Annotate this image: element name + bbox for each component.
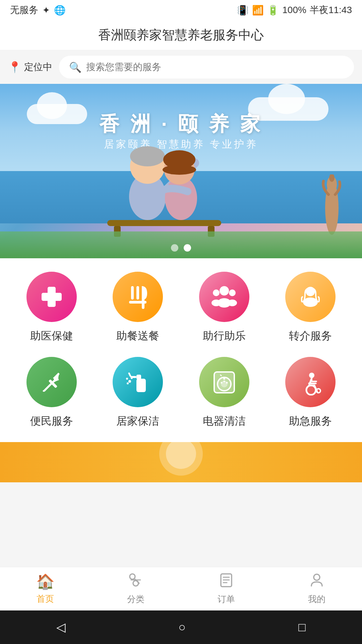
svg-point-35	[127, 382, 129, 384]
location-icon: 📍	[8, 61, 21, 73]
search-icon: 🔍	[69, 61, 81, 73]
medical-icon	[38, 283, 65, 310]
svg-point-38	[223, 378, 225, 380]
location-button[interactable]: 📍 定位中	[8, 61, 52, 73]
service-item-referral[interactable]: 转介服务	[269, 272, 352, 343]
nav-item-category[interactable]: 分类	[90, 573, 181, 605]
referral-icon	[297, 283, 324, 310]
service-item-emergency[interactable]: 助急服务	[269, 357, 352, 429]
svg-point-46	[306, 385, 316, 395]
location-text: 定位中	[24, 61, 52, 73]
service-label-convenience: 便民服务	[30, 414, 73, 429]
service-label-appliance: 电器清洁	[203, 414, 246, 429]
referral-icon-bg	[285, 272, 336, 322]
svg-rect-29	[136, 375, 141, 379]
android-nav-bar: ◁ ○ □	[0, 610, 362, 644]
promo-circle-inner	[166, 439, 196, 469]
svg-rect-0	[107, 220, 221, 226]
cleaning-icon-bg	[113, 357, 163, 407]
svg-rect-18	[129, 301, 146, 304]
svg-point-47	[316, 389, 320, 393]
food-icon-bg	[113, 272, 163, 322]
service-item-cleaning[interactable]: 居家保洁	[97, 357, 180, 429]
home-nav-label: 首页	[37, 593, 54, 605]
food-icon	[124, 283, 151, 310]
battery-percent: 100%	[282, 5, 306, 15]
category-nav-label: 分类	[127, 593, 144, 605]
banner-section: 香 洲 · 颐 养 家 居家颐养 智慧助养 专业护养	[0, 84, 362, 258]
svg-point-33	[126, 378, 128, 380]
banner-background: 香 洲 · 颐 养 家 居家颐养 智慧助养 专业护养	[0, 84, 362, 258]
cleaning-icon	[124, 369, 151, 395]
service-item-food[interactable]: 助餐送餐	[97, 272, 180, 343]
search-bar: 📍 定位中 🔍	[0, 50, 362, 84]
back-button[interactable]: ◁	[56, 620, 66, 634]
promo-circle	[159, 432, 203, 476]
svg-point-48	[130, 574, 135, 579]
recent-button[interactable]: □	[298, 620, 306, 634]
search-input[interactable]	[86, 62, 344, 72]
svg-rect-28	[136, 379, 146, 392]
battery-icon: 🔋	[267, 5, 279, 16]
nav-item-mine[interactable]: 我的	[272, 573, 362, 605]
emergency-icon-bg	[285, 357, 336, 407]
svg-point-20	[213, 289, 220, 296]
svg-point-54	[314, 574, 320, 580]
signal-icon: ✦	[42, 5, 50, 16]
home-nav-icon: 🏠	[36, 573, 55, 590]
svg-point-32	[128, 380, 131, 383]
appliance-icon-bg	[199, 357, 249, 407]
social-icon	[211, 283, 238, 310]
svg-point-26	[303, 298, 318, 307]
svg-rect-17	[136, 286, 139, 300]
svg-point-24	[228, 300, 237, 306]
service-item-medical[interactable]: 助医保健	[10, 272, 93, 343]
service-label-social: 助行助乐	[203, 329, 246, 343]
medical-icon-bg	[26, 272, 77, 322]
promo-section	[0, 442, 362, 482]
globe-icon: 🌐	[54, 5, 66, 16]
svg-point-42	[226, 382, 228, 384]
svg-point-34	[131, 377, 133, 379]
service-item-convenience[interactable]: 便民服务	[10, 357, 93, 429]
svg-rect-15	[42, 293, 62, 301]
status-right: 📳 📶 🔋 100% 半夜11:43	[237, 4, 352, 16]
search-input-wrapper[interactable]: 🔍	[59, 56, 354, 78]
svg-point-21	[229, 289, 236, 296]
banner-dots	[171, 244, 191, 252]
svg-point-5	[130, 146, 165, 166]
svg-point-23	[212, 300, 221, 306]
page-header: 香洲颐养家智慧养老服务中心	[0, 20, 362, 50]
service-label-emergency: 助急服务	[289, 414, 332, 429]
nav-item-home[interactable]: 🏠 首页	[0, 573, 90, 605]
wheelchair-icon	[297, 369, 324, 395]
no-service-text: 无服务	[10, 4, 38, 16]
home-button[interactable]: ○	[178, 620, 186, 634]
dot-2[interactable]	[184, 244, 191, 252]
order-nav-label: 订单	[218, 593, 235, 605]
status-bar: 无服务 ✦ 🌐 📳 📶 🔋 100% 半夜11:43	[0, 0, 362, 20]
svg-line-31	[129, 373, 130, 376]
svg-point-19	[220, 286, 229, 296]
svg-point-43	[221, 382, 222, 384]
bottom-nav: 🏠 首页 分类 订单	[0, 567, 362, 610]
vibrate-icon: 📳	[237, 5, 249, 16]
social-icon-bg	[199, 272, 249, 322]
time-display: 半夜11:43	[310, 4, 352, 16]
couple-illustration	[80, 123, 248, 237]
order-nav-icon	[219, 573, 234, 591]
dot-1[interactable]	[171, 244, 178, 252]
service-label-cleaning: 居家保洁	[116, 414, 159, 429]
service-item-appliance[interactable]: 电器清洁	[183, 357, 266, 429]
service-label-medical: 助医保健	[30, 329, 73, 343]
svg-point-10	[163, 165, 196, 175]
page-title: 香洲颐养家智慧养老服务中心	[98, 26, 264, 44]
wifi-icon: 📶	[252, 5, 264, 16]
service-label-referral: 转介服务	[289, 329, 332, 343]
tools-icon	[38, 369, 65, 395]
nav-item-order[interactable]: 订单	[181, 573, 272, 605]
service-item-social[interactable]: 助行助乐	[183, 272, 266, 343]
svg-point-41	[223, 381, 225, 382]
services-grid: 助医保健 助餐送餐 助行助乐	[0, 258, 362, 442]
category-nav-icon	[128, 573, 143, 591]
